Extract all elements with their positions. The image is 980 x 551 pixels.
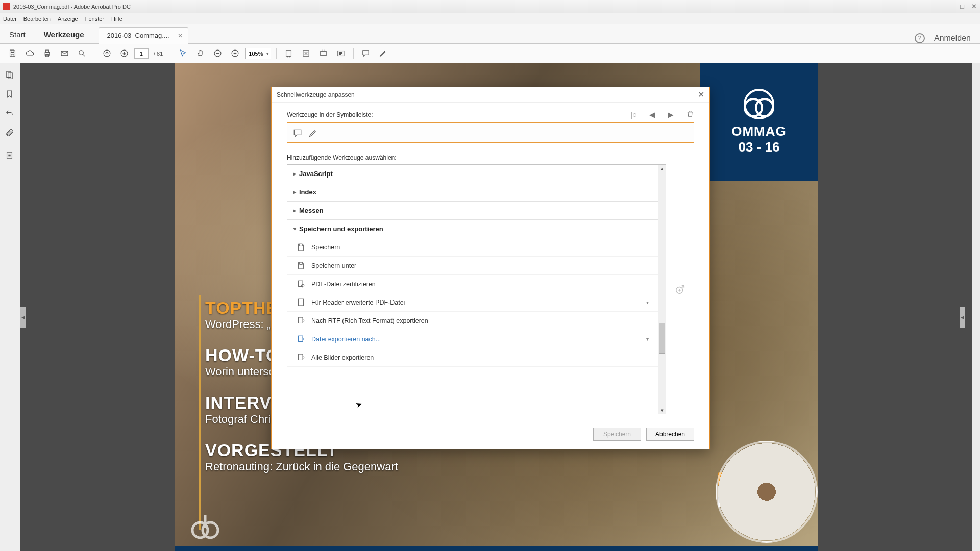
comment-icon[interactable] (359, 46, 373, 61)
svg-point-4 (79, 51, 83, 55)
vertical-scrollbar[interactable] (972, 63, 980, 551)
svg-rect-18 (299, 281, 303, 286)
current-tools-bar[interactable] (287, 122, 694, 143)
thumbnails-icon[interactable] (5, 70, 15, 81)
section4-sub: Retronauting: Zurück in die Gegenwart (205, 460, 398, 473)
category-javascript[interactable]: ▸JavaScript (287, 165, 658, 183)
svg-rect-21 (299, 317, 303, 323)
zoom-out-icon[interactable] (210, 46, 225, 61)
page-total: / 81 (154, 51, 163, 57)
svg-rect-11 (321, 51, 326, 56)
page-up-icon[interactable] (100, 46, 114, 61)
add-to-toolbar-button[interactable] (666, 164, 694, 414)
select-tool-icon[interactable] (176, 46, 190, 61)
help-icon[interactable]: ? (915, 33, 925, 43)
scroll-thumb[interactable] (659, 323, 665, 354)
save-icon[interactable] (5, 46, 19, 61)
tool-reader-erweitert[interactable]: Für Reader erweiterte PDF-Datei ▾ (287, 293, 658, 312)
tool-speichern[interactable]: Speichern (287, 238, 658, 257)
minimize-button[interactable]: — (946, 3, 953, 10)
tab-tools[interactable]: Werkzeuge (35, 26, 93, 43)
move-right-icon[interactable]: ▶ (668, 110, 674, 119)
page-footer: Commag – das Online-Magazin für Bildbear… (175, 546, 818, 551)
tool-pdf-zertifizieren[interactable]: PDF-Datei zertifizieren (287, 275, 658, 293)
tools-tree[interactable]: ▸JavaScript ▸Index ▸Messen ▾Speichern un… (287, 164, 658, 414)
menu-view[interactable]: Anzeige (58, 16, 78, 22)
label-add-tools: Hinzuzufügende Werkzeuge auswählen: (287, 154, 694, 161)
dialog-cancel-button[interactable]: Abbrechen (646, 428, 694, 441)
tool-label: Nach RTF (Rich Text Format) exportieren (311, 317, 428, 324)
category-messen[interactable]: ▸Messen (287, 202, 658, 220)
hand-tool-icon[interactable] (193, 46, 207, 61)
fit-visible-icon[interactable] (316, 46, 331, 61)
chevron-down-icon[interactable]: ▾ (646, 299, 653, 305)
window-title: 2016-03_Commag.pdf - Adobe Acrobat Pro D… (13, 4, 131, 10)
close-window-button[interactable]: ✕ (971, 3, 977, 10)
mail-icon[interactable] (57, 46, 71, 61)
tab-start[interactable]: Start (0, 26, 35, 43)
toolbar: / 81 105% (0, 44, 980, 63)
page-input[interactable] (134, 48, 149, 59)
tab-document[interactable]: 2016-03_Commag.... ✕ (99, 27, 188, 44)
read-mode-icon[interactable] (334, 46, 348, 61)
tool-label: Speichern unter (311, 262, 356, 269)
tool-nach-rtf-exportieren[interactable]: Nach RTF (Rich Text Format) exportieren (287, 312, 658, 330)
fit-page-icon[interactable] (299, 46, 313, 61)
delete-icon[interactable] (686, 110, 694, 119)
category-speichern-exportieren[interactable]: ▾Speichern und exportieren (287, 220, 658, 238)
signin-link[interactable]: Anmelden (934, 34, 971, 43)
tool-label: Datei exportieren nach... (311, 336, 381, 343)
tool-label: PDF-Datei zertifizieren (311, 281, 376, 288)
tool-datei-exportieren-nach[interactable]: Datei exportieren nach... ▾ (287, 330, 658, 348)
dialog-title: Schnellwerkzeuge anpassen (277, 91, 355, 98)
attachment-icon[interactable] (5, 129, 15, 139)
menu-file[interactable]: Datei (3, 16, 16, 22)
menu-help[interactable]: Hilfe (111, 16, 122, 22)
label-current-tools: Werkzeuge in der Symbolleiste: (287, 111, 373, 118)
category-label: Speichern und exportieren (299, 225, 383, 233)
scroll-up-icon[interactable]: ▴ (658, 165, 666, 172)
divider-icon[interactable]: |○ (630, 110, 637, 119)
bookmark-icon[interactable] (5, 90, 15, 100)
brand-logo-icon (744, 89, 774, 119)
tool-alle-bilder-exportieren[interactable]: Alle Bilder exportieren (287, 348, 658, 367)
footer-logo-icon (190, 512, 220, 543)
chevron-down-icon[interactable]: ▾ (646, 336, 653, 342)
maximize-button[interactable]: □ (960, 3, 964, 10)
dialog-save-button[interactable]: Speichern (593, 428, 641, 441)
tool-label: Speichern (311, 244, 340, 251)
tree-scrollbar[interactable]: ▴ ▾ (658, 164, 666, 414)
undo-icon[interactable] (5, 109, 15, 119)
tabstrip: Start Werkzeuge 2016-03_Commag.... ✕ ? A… (0, 24, 980, 44)
comment-tool-icon[interactable] (292, 128, 303, 138)
cloud-icon[interactable] (22, 46, 37, 61)
collapse-left-icon[interactable]: ◀ (20, 307, 26, 328)
zoom-select[interactable]: 105% (245, 48, 271, 59)
svg-rect-2 (45, 55, 48, 57)
highlight-icon[interactable] (376, 46, 390, 61)
menu-window[interactable]: Fenster (85, 16, 104, 22)
print-icon[interactable] (40, 46, 54, 61)
brand-box: OMMAG 03 - 16 (700, 63, 818, 181)
layers-icon[interactable] (5, 151, 15, 161)
page-down-icon[interactable] (117, 46, 131, 61)
category-index[interactable]: ▸Index (287, 183, 658, 202)
tool-speichern-unter[interactable]: Speichern unter (287, 257, 658, 275)
zoom-in-icon[interactable] (228, 46, 242, 61)
menu-edit[interactable]: Bearbeiten (23, 16, 51, 22)
tab-close-icon[interactable]: ✕ (178, 32, 183, 39)
dialog-close-icon[interactable]: ✕ (698, 90, 704, 99)
category-label: Messen (299, 207, 324, 214)
svg-rect-22 (299, 336, 303, 341)
titlebar: 2016-03_Commag.pdf - Adobe Acrobat Pro D… (0, 0, 980, 13)
accent-bar (199, 295, 201, 530)
fit-width-icon[interactable] (282, 46, 296, 61)
highlight-tool-icon[interactable] (308, 128, 318, 138)
move-left-icon[interactable]: ◀ (649, 110, 655, 119)
app-logo-icon (3, 3, 10, 10)
search-icon[interactable] (75, 46, 89, 61)
collapse-right-icon[interactable]: ◀ (960, 307, 965, 328)
tab-document-label: 2016-03_Commag.... (107, 32, 169, 39)
svg-rect-13 (6, 71, 10, 77)
scroll-down-icon[interactable]: ▾ (658, 406, 666, 414)
